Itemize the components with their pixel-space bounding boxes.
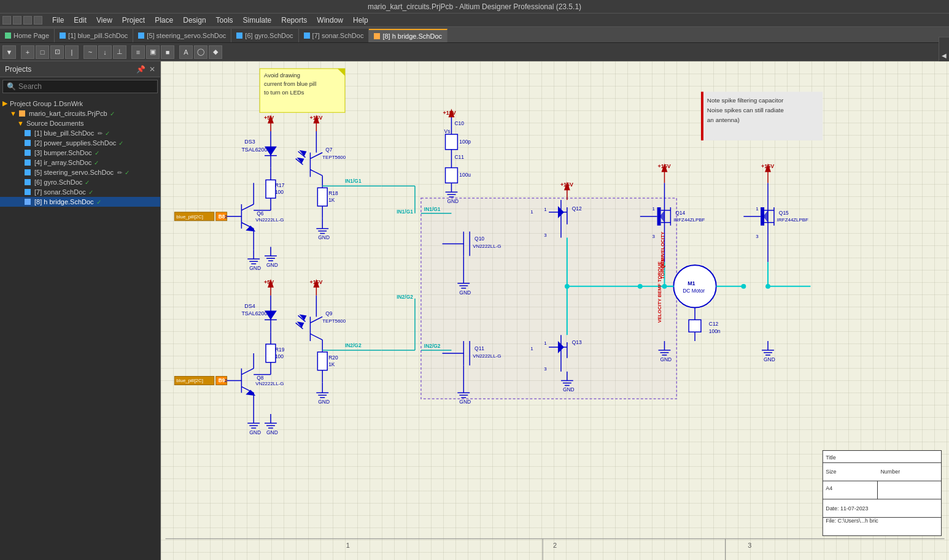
svg-text:A4: A4 <box>826 485 832 491</box>
toolbar-filter[interactable]: ▼ <box>2 45 16 59</box>
svg-text:100: 100 <box>275 189 284 195</box>
sidebar-title: Projects <box>5 65 31 74</box>
search-box[interactable]: 🔍 Search <box>2 80 158 93</box>
svg-text:Q9: Q9 <box>325 310 333 316</box>
tab-steering-servo[interactable]: [5] steering_servo.SchDoc <box>133 29 231 42</box>
tree-power-supplies[interactable]: [2] power_supplies.SchDoc ✓ <box>0 138 160 148</box>
svg-text:3: 3 <box>544 232 547 238</box>
tree-project-group[interactable]: ▶ Project Group 1.DsnWrk <box>0 98 160 109</box>
toolbar-select[interactable]: ⊡ <box>50 45 64 59</box>
tab-home[interactable]: Home Page <box>0 29 55 42</box>
tree-blue-pill[interactable]: [1] blue_pill.SchDoc ✏ ✓ <box>0 128 160 138</box>
tree-steering-servo[interactable]: [5] steering_servo.SchDoc ✏ ✓ <box>0 167 160 177</box>
tab-gyro[interactable]: [6] gyro.SchDoc <box>231 29 298 42</box>
svg-text:blue_pill[2C]: blue_pill[2C] <box>176 214 203 220</box>
svg-text:IN1/G1: IN1/G1 <box>424 206 441 212</box>
svg-rect-22 <box>266 180 276 198</box>
bluepill-tab-icon <box>60 33 66 39</box>
tab-sonar[interactable]: [7] sonar.SchDoc <box>299 29 370 42</box>
menu-design[interactable]: Design <box>178 15 211 26</box>
tab-h-bridge[interactable]: [8] h bridge.SchDoc <box>369 29 447 42</box>
toolbar-highlight[interactable]: ◆ <box>209 45 222 59</box>
toolbar-power[interactable]: ⊥ <box>113 45 126 59</box>
svg-text:Q15: Q15 <box>779 210 789 216</box>
svg-text:GND: GND <box>660 356 672 362</box>
toolbar-bus[interactable]: ≡ <box>131 45 145 59</box>
menu-bar: File Edit View Project Place Design Tool… <box>0 13 949 27</box>
svg-text:VN2222LL-G: VN2222LL-G <box>473 244 501 249</box>
svg-text:C11: C11 <box>454 154 464 160</box>
svg-rect-138 <box>446 134 458 150</box>
tab-home-label: Home Page <box>14 32 49 39</box>
svg-text:100p: 100p <box>459 139 471 145</box>
toolbar-rect[interactable]: □ <box>36 45 49 59</box>
svg-text:DS4: DS4 <box>244 303 255 309</box>
gyro-file-icon <box>25 179 31 185</box>
bumper-file-icon <box>25 150 31 156</box>
toolbar-chip[interactable]: ▣ <box>146 45 160 59</box>
svg-line-54 <box>310 169 322 175</box>
svg-text:R17: R17 <box>275 182 285 188</box>
svg-text:Vs: Vs <box>444 128 451 134</box>
menu-place[interactable]: Place <box>150 15 178 26</box>
menu-help[interactable]: Help <box>348 15 373 26</box>
svg-rect-158 <box>421 198 676 399</box>
window-icon-1[interactable] <box>2 16 11 25</box>
sidebar-pin-icon[interactable]: 📌 <box>136 65 145 74</box>
tree-ir-array[interactable]: [4] ir_array.SchDoc ✓ <box>0 158 160 167</box>
svg-text:R19: R19 <box>275 347 285 353</box>
svg-text:Q10: Q10 <box>474 236 484 242</box>
svg-text:an antenna): an antenna) <box>707 117 740 123</box>
menu-tools[interactable]: Tools <box>211 15 238 26</box>
window-icon-3[interactable] <box>23 16 32 25</box>
tree-bumper[interactable]: [3] bumper.SchDoc ✓ <box>0 148 160 158</box>
sidebar-close-icon[interactable]: ✕ <box>149 65 155 74</box>
svg-text:GND: GND <box>459 399 471 405</box>
svg-text:2: 2 <box>225 214 227 220</box>
menu-view[interactable]: View <box>91 15 117 26</box>
tree-gyro[interactable]: [6] gyro.SchDoc ✓ <box>0 177 160 187</box>
window-icon-2[interactable] <box>13 16 21 25</box>
menu-simulate[interactable]: Simulate <box>238 15 277 26</box>
menu-project[interactable]: Project <box>117 15 150 26</box>
svg-text:GND: GND <box>266 429 278 435</box>
tabs-bar: Home Page [1] blue_pill.SchDoc [5] steer… <box>0 27 949 43</box>
svg-text:IN1/G1: IN1/G1 <box>397 209 413 215</box>
toolbar-arc[interactable]: ◯ <box>194 45 207 59</box>
svg-text:VELOCITY: VELOCITY <box>660 231 665 256</box>
svg-text:VN2222LL-G: VN2222LL-G <box>255 381 284 386</box>
svg-text:R20: R20 <box>328 355 338 361</box>
menu-file[interactable]: File <box>47 15 69 26</box>
svg-text:DC Motor: DC Motor <box>683 288 705 294</box>
tree-mario-kart[interactable]: ▼ mario_kart_circuits.PrjPcb ✓ <box>0 109 160 118</box>
tab-blue-pill[interactable]: [1] blue_pill.SchDoc <box>55 29 133 42</box>
toolbar-down[interactable]: ↓ <box>98 45 112 59</box>
gyro-tab-icon <box>236 33 242 39</box>
svg-rect-62 <box>317 188 327 206</box>
toolbar-plus[interactable]: + <box>21 45 34 59</box>
tree-blue-pill-label: [1] blue_pill.SchDoc <box>34 129 94 137</box>
hbridge-file-icon <box>25 199 31 205</box>
svg-text:IRFZ44ZLPBF: IRFZ44ZLPBF <box>673 217 705 223</box>
tree-source-docs[interactable]: ▼ Source Documents <box>0 118 160 128</box>
menu-edit[interactable]: Edit <box>69 15 91 26</box>
svg-text:GND: GND <box>318 399 330 405</box>
tree-gyro-label: [6] gyro.SchDoc <box>34 178 82 186</box>
window-icon-4[interactable] <box>34 16 42 25</box>
menu-window[interactable]: Window <box>312 15 348 26</box>
mario-kart-check: ✓ <box>110 110 115 117</box>
tree-sonar[interactable]: [7] sonar.SchDoc ✓ <box>0 187 160 197</box>
svg-text:IN2/G2: IN2/G2 <box>345 342 362 348</box>
toolbar-wire[interactable]: | <box>65 45 79 59</box>
toolbar-text[interactable]: A <box>179 45 193 59</box>
toolbar-square[interactable]: ■ <box>161 45 174 59</box>
tree-h-bridge[interactable]: [8] h bridge.SchDoc ✓ <box>0 197 160 207</box>
svg-text:GND: GND <box>318 234 330 240</box>
svg-text:1: 1 <box>756 206 759 212</box>
svg-point-200 <box>565 284 570 289</box>
toolbar-wave[interactable]: ~ <box>83 45 97 59</box>
schematic-area[interactable]: Avoid drawing current from blue pill to … <box>161 61 949 560</box>
menu-reports[interactable]: Reports <box>276 15 312 26</box>
tree-steering-label: [5] steering_servo.SchDoc <box>34 169 114 176</box>
svg-text:IN2/G2: IN2/G2 <box>424 343 441 349</box>
